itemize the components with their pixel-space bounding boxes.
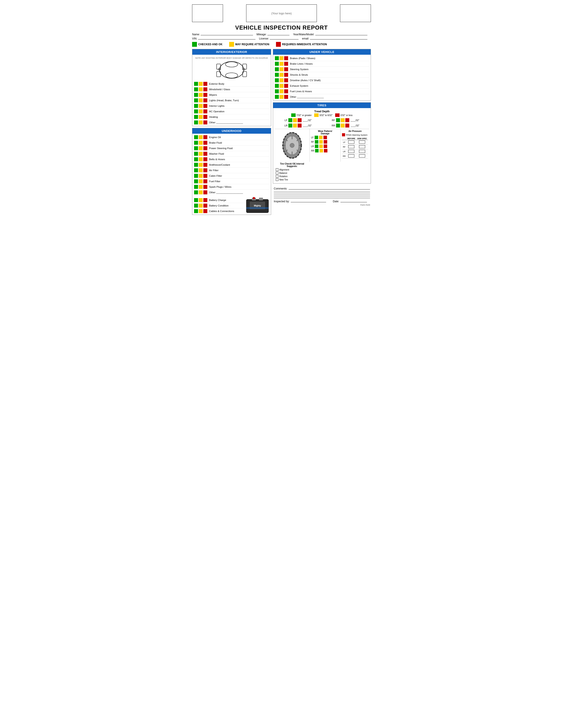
underhood-body: Engine Oil Brake Fluid Power Steering Fl…	[192, 134, 271, 215]
wear-pattern-col: Wear Pattern/Damage LF RF	[310, 129, 341, 162]
tread-yellow-box	[314, 113, 319, 117]
uv-green-1	[275, 62, 279, 66]
vin-row: VIN: License: email:	[192, 37, 371, 40]
uh-green-4	[194, 157, 198, 161]
comments-label: Comments:	[274, 187, 287, 190]
logo-right	[340, 4, 371, 22]
legend-row: CHECKED AND OK MAY REQUIRE ATTENTION REQ…	[192, 42, 371, 47]
uh-color-3	[194, 152, 207, 156]
uv-red-1	[284, 62, 288, 66]
uv-green-3	[275, 73, 279, 77]
tread-green-label: 7/32" or greater	[296, 114, 312, 116]
bat-item-0: Battery Charge	[194, 197, 243, 203]
ie-label-7: Other ___________________	[209, 121, 243, 124]
tread-green: 7/32" or greater	[291, 113, 312, 117]
uh-label-2: Power Steering Fluid	[209, 147, 233, 150]
under-vehicle-items: Brakes (Pads / Shoes) Brake Lines / Hose…	[274, 56, 369, 99]
main-grid: INTERIOR/EXTERIOR NOTE ANY EXISTING EXTE…	[192, 49, 371, 215]
under-vehicle-section: UNDER VEHICLE Brakes (Pads / Shoes) Brak…	[273, 49, 371, 101]
uv-yellow-2	[279, 67, 284, 71]
yellow-icon	[229, 42, 234, 47]
ie-item-3: Lights (Head, Brake, Turn)	[194, 98, 269, 103]
uh-green-3	[194, 152, 198, 156]
uv-red-6	[284, 89, 288, 93]
wear-rf-yellow	[319, 140, 323, 144]
air-rf-row: RF	[342, 145, 368, 149]
tire-check-checkbox-2[interactable]	[276, 175, 278, 178]
tread-yellow: 3/32" to 6/32"	[314, 113, 333, 117]
tire-check-checkbox-3[interactable]	[276, 178, 278, 181]
ie-item-0: Exterior Body	[194, 81, 269, 87]
mileage-input[interactable]	[267, 35, 290, 35]
bat-yellow-1	[199, 204, 203, 208]
green-label: CHECKED AND OK	[198, 43, 222, 46]
uh-label-5: Antifreeze/Coolant	[209, 163, 230, 166]
year-make-model-input[interactable]	[315, 35, 368, 35]
uh-yellow-2	[199, 146, 203, 150]
air-rf-oem	[356, 145, 368, 149]
air-rf-pos: RF	[342, 145, 347, 149]
ie-label-4: Interior Lights	[209, 105, 224, 107]
uh-label-9: Spark Plugs / Wires	[209, 186, 231, 188]
ie-yellow-2	[199, 93, 203, 97]
uh-label-10: Other ___________________	[209, 191, 243, 194]
uh-color-0	[194, 135, 207, 139]
tread-yellow-label: 3/32" to 6/32"	[319, 114, 333, 116]
air-pressure-col: Air Pressure TPMS Warning System BEFORE …	[341, 129, 369, 162]
wear-lf-red	[324, 136, 327, 139]
bat-label-1: Battery Condition	[209, 204, 228, 207]
rf-32-label: ____/32"	[351, 119, 360, 122]
uv-color-6	[275, 89, 288, 93]
tire-check-label-0: Alignment	[279, 169, 289, 171]
tread-depth-title: Tread Depth	[274, 109, 369, 113]
uh-yellow-4	[199, 157, 203, 161]
left-column: INTERIOR/EXTERIOR NOTE ANY EXISTING EXTE…	[192, 49, 271, 215]
bat-color-1	[194, 204, 207, 208]
svg-point-26	[290, 143, 294, 148]
lf-red	[298, 118, 302, 122]
uv-item-5: Exhaust System	[274, 83, 369, 89]
uv-red-5	[284, 84, 288, 88]
date-input[interactable]	[341, 202, 367, 202]
tire-lf-reading: LF ____/32"	[285, 118, 312, 122]
air-lf-before	[347, 140, 356, 145]
wear-rf: RF	[311, 140, 339, 144]
svg-rect-11	[259, 198, 263, 200]
uh-item-8: Fuel Filter	[194, 179, 269, 184]
air-pos-header	[342, 137, 347, 140]
tires-section: TIRES Tread Depth 7/32" or greater 3/32"…	[273, 102, 371, 184]
tire-check-checkbox-1[interactable]	[276, 172, 278, 174]
wear-pattern-header: Wear Pattern/Damage	[311, 130, 339, 135]
wear-rr: RR	[311, 149, 339, 152]
uh-yellow-9	[199, 185, 203, 189]
red-icon	[276, 42, 281, 47]
tire-check-item-0: Alignment	[276, 168, 309, 171]
tire-check-item-1: Balance	[276, 172, 309, 174]
tread-legend: 7/32" or greater 3/32" to 6/32" 2/32" or…	[274, 113, 369, 117]
rf-label: RF	[332, 119, 335, 122]
ie-item-6: Heating	[194, 114, 269, 120]
comments-line-1[interactable]	[289, 189, 370, 190]
uv-green-5	[275, 84, 279, 88]
tire-check-label-1: Balance	[279, 172, 287, 174]
name-input[interactable]	[201, 35, 253, 35]
uh-color-10	[194, 190, 207, 194]
uh-label-1: Brake Fluid	[209, 141, 222, 144]
tire-check-checkbox-0[interactable]	[276, 168, 278, 171]
lr-yellow	[293, 124, 297, 128]
uh-label-7: Cabin Filter	[209, 174, 222, 177]
email-label: email:	[302, 37, 309, 40]
rr-green	[336, 124, 340, 128]
uv-yellow-7	[279, 95, 284, 99]
ie-green-3	[194, 98, 198, 102]
interior-exterior-header: INTERIOR/EXTERIOR	[192, 49, 271, 55]
bat-yellow-2	[199, 209, 203, 213]
uh-item-1: Brake Fluid	[194, 140, 269, 146]
bat-green-0	[194, 198, 198, 202]
bat-item-1: Battery Condition	[194, 203, 243, 208]
uh-item-2: Power Steering Fluid	[194, 146, 269, 151]
tread-green-box	[291, 113, 296, 117]
uh-red-9	[203, 185, 207, 189]
inspected-by-input[interactable]	[291, 202, 326, 202]
air-before-header: BEFORE	[347, 137, 356, 140]
